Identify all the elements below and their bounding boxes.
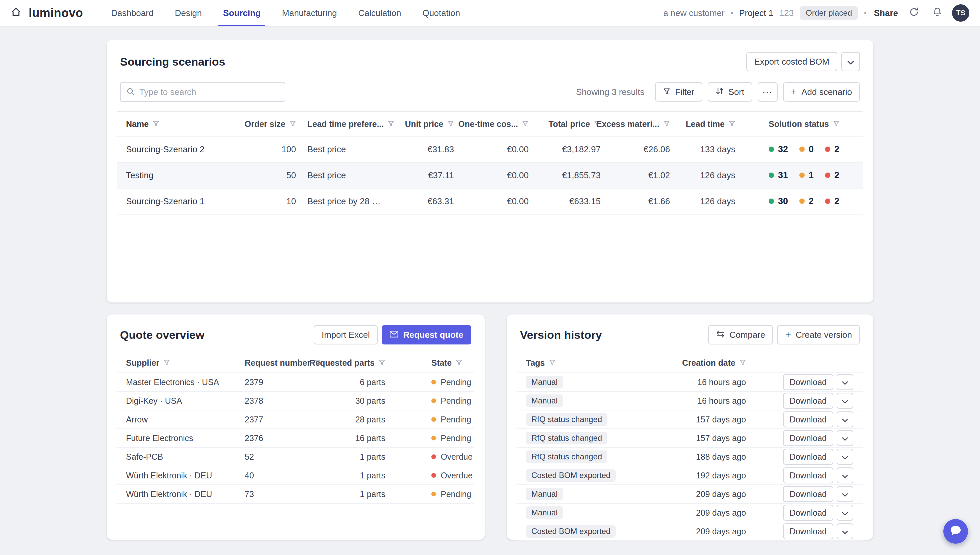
column-filter-icon[interactable] (447, 119, 454, 129)
table-row[interactable]: Safe-PCB 52 1 parts Overdue (117, 448, 474, 467)
sync-icon (909, 7, 919, 19)
table-row[interactable]: Testing 50 Best price €37.11 €0.00 €1,85… (117, 162, 863, 189)
separator-dot: • (864, 9, 867, 17)
state-pending-dot (431, 380, 436, 385)
chat-launcher-button[interactable] (943, 519, 968, 544)
table-row[interactable]: Manual 209 days ago Download (517, 504, 863, 522)
nav-item-quotation[interactable]: Quotation (412, 0, 471, 26)
table-row[interactable]: RfQ status changed 188 days ago Download (517, 448, 863, 467)
download-button[interactable]: Download (783, 505, 833, 521)
table-row[interactable]: RfQ status changed 157 days ago Download (517, 411, 863, 429)
sort-button[interactable]: Sort (708, 82, 752, 102)
notifications-button[interactable] (929, 4, 946, 22)
table-row[interactable]: Manual 209 days ago Download (517, 485, 863, 504)
download-button[interactable]: Download (783, 467, 833, 483)
state-pending-dot (431, 398, 436, 403)
mail-icon (390, 330, 398, 340)
import-excel-button[interactable]: Import Excel (314, 325, 378, 345)
status-error-dot (825, 173, 831, 178)
project-name: Project 1 (739, 8, 773, 18)
download-options-button[interactable] (837, 505, 853, 521)
column-filter-icon[interactable] (163, 358, 170, 368)
add-scenario-button[interactable]: + Add scenario (783, 82, 860, 102)
download-options-button[interactable] (837, 411, 853, 427)
table-row[interactable]: Würth Elektronik · DEU 40 1 parts Overdu… (117, 467, 474, 485)
nav-item-dashboard[interactable]: Dashboard (100, 0, 164, 26)
table-row[interactable]: RfQ status changed 157 days ago Download (517, 429, 863, 448)
table-row[interactable]: Master Electronics · USA 2379 6 parts Pe… (117, 373, 474, 392)
download-button[interactable]: Download (783, 523, 833, 539)
download-options-button[interactable] (837, 374, 853, 390)
table-row[interactable]: Sourcing-Szenario 2 100 Best price €31.8… (117, 136, 863, 162)
download-button[interactable]: Download (783, 374, 833, 390)
table-row[interactable]: Costed BOM exported 192 days ago Downloa… (517, 467, 863, 485)
user-avatar[interactable]: TS (952, 4, 969, 22)
download-options-button[interactable] (837, 523, 853, 539)
download-options-button[interactable] (837, 467, 853, 483)
more-options-button[interactable]: ⋯ (758, 82, 778, 102)
download-button[interactable]: Download (783, 486, 833, 502)
column-filter-icon[interactable] (456, 358, 462, 368)
quotes-table-header: Supplier Request number Requested parts … (117, 353, 474, 373)
download-options-button[interactable] (837, 393, 853, 409)
column-filter-icon[interactable] (522, 119, 529, 129)
plus-icon: + (791, 87, 797, 97)
column-filter-icon[interactable] (739, 358, 746, 368)
sync-button[interactable] (905, 4, 923, 22)
download-options-button[interactable] (837, 486, 853, 502)
status-ok-dot (769, 173, 774, 178)
download-button[interactable]: Download (783, 411, 833, 427)
tag-badge: Costed BOM exported (526, 525, 616, 538)
tag-badge: Manual (526, 376, 563, 388)
nav-item-design[interactable]: Design (164, 0, 212, 26)
table-row[interactable]: Manual 16 hours ago Download (517, 392, 863, 411)
download-options-button[interactable] (837, 430, 853, 446)
download-button[interactable]: Download (783, 449, 833, 465)
export-options-button[interactable] (841, 52, 860, 71)
chat-bubble-icon (950, 525, 961, 538)
tag-badge: RfQ status changed (526, 413, 607, 426)
column-filter-icon[interactable] (833, 119, 840, 129)
status-error-dot (825, 147, 831, 152)
column-filter-icon[interactable] (289, 119, 296, 129)
tag-badge: Manual (526, 506, 563, 519)
sourcing-scenarios-card: Sourcing scenarios Export costed BOM Sho… (107, 40, 873, 303)
column-filter-icon[interactable] (379, 358, 386, 368)
chevron-down-icon (842, 433, 848, 443)
table-row[interactable]: Arrow 2377 28 parts Pending (117, 411, 474, 429)
download-options-button[interactable] (837, 449, 853, 465)
search-input[interactable] (139, 87, 279, 97)
request-quote-button[interactable]: Request quote (382, 325, 471, 345)
home-button[interactable] (11, 7, 21, 19)
download-button[interactable]: Download (783, 393, 833, 409)
share-button[interactable]: Share (873, 8, 899, 18)
nav-item-sourcing[interactable]: Sourcing (212, 0, 272, 26)
compare-button[interactable]: Compare (708, 325, 773, 345)
column-filter-icon[interactable] (729, 119, 735, 129)
table-row[interactable]: Digi-Key · USA 2378 30 parts Pending (117, 392, 474, 411)
table-row[interactable]: Manual 16 hours ago Download (517, 373, 863, 392)
chevron-down-icon (842, 471, 848, 480)
tag-badge: RfQ status changed (526, 451, 607, 463)
quotes-table: Supplier Request number Requested parts … (117, 353, 474, 534)
versions-table: Tags Creation date Manual 16 hours ago D… (517, 353, 863, 541)
table-row[interactable]: Costed BOM exported 209 days ago Downloa… (517, 522, 863, 541)
separator-dot: • (731, 9, 733, 17)
column-filter-icon[interactable] (664, 119, 670, 129)
nav-item-calculation[interactable]: Calculation (348, 0, 412, 26)
create-version-button[interactable]: + Create version (777, 325, 860, 345)
plus-icon: + (785, 330, 791, 340)
column-filter-icon[interactable] (549, 358, 556, 368)
table-row[interactable]: Würth Elektronik · DEU 73 1 parts Pendin… (117, 485, 474, 504)
table-row[interactable]: Future Electronics 2376 16 parts Pending (117, 429, 474, 448)
quote-overview-card: Quote overview Import Excel Request quot… (107, 314, 485, 540)
table-row[interactable]: Sourcing-Szenario 1 10 Best price by 28 … (117, 189, 863, 215)
status-warning-dot (799, 199, 805, 204)
results-count: Showing 3 results (576, 87, 644, 97)
export-costed-bom-button[interactable]: Export costed BOM (746, 52, 837, 71)
scenario-search[interactable] (120, 82, 285, 102)
column-filter-icon[interactable] (153, 119, 159, 129)
nav-item-manufacturing[interactable]: Manufacturing (272, 0, 348, 26)
download-button[interactable]: Download (783, 430, 833, 446)
filter-button[interactable]: Filter (655, 82, 702, 102)
